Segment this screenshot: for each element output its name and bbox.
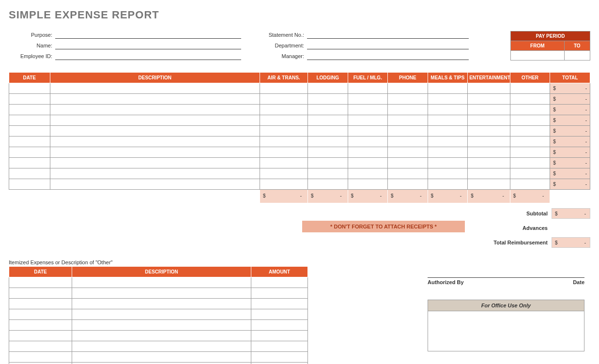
expense-cell[interactable] [50, 179, 260, 190]
expense-cell[interactable] [348, 94, 388, 105]
expense-cell[interactable] [468, 147, 510, 158]
expense-cell[interactable] [468, 136, 510, 147]
expense-cell[interactable] [9, 126, 50, 136]
expense-cell[interactable] [9, 158, 50, 168]
expense-cell[interactable] [428, 168, 468, 179]
expense-cell[interactable] [388, 83, 428, 94]
expense-cell[interactable] [510, 147, 550, 158]
expense-cell[interactable] [348, 147, 388, 158]
expense-cell[interactable] [260, 168, 307, 179]
itemized-cell[interactable] [251, 309, 308, 320]
itemized-cell[interactable] [251, 299, 308, 309]
expense-cell[interactable] [388, 115, 428, 126]
pay-period-from-field[interactable] [511, 51, 565, 61]
expense-cell[interactable] [50, 136, 260, 147]
itemized-cell[interactable] [72, 288, 251, 299]
expense-cell[interactable] [308, 94, 348, 105]
expense-cell[interactable] [9, 105, 50, 115]
expense-cell[interactable] [260, 105, 307, 115]
itemized-cell[interactable] [9, 299, 72, 309]
itemized-cell[interactable] [9, 363, 72, 364]
department-field[interactable] [307, 42, 469, 49]
itemized-cell[interactable] [9, 277, 72, 288]
expense-cell[interactable] [260, 158, 307, 168]
expense-cell[interactable] [260, 126, 307, 136]
itemized-cell[interactable] [9, 288, 72, 299]
expense-cell[interactable] [428, 115, 468, 126]
expense-cell[interactable] [308, 168, 348, 179]
advances-value[interactable] [552, 223, 590, 233]
itemized-cell[interactable] [251, 320, 308, 331]
expense-cell[interactable] [260, 136, 307, 147]
expense-cell[interactable] [428, 94, 468, 105]
expense-cell[interactable] [308, 126, 348, 136]
expense-cell[interactable] [510, 115, 550, 126]
expense-cell[interactable] [388, 136, 428, 147]
itemized-cell[interactable] [9, 352, 72, 363]
office-use-body[interactable] [428, 311, 584, 351]
expense-cell[interactable] [260, 115, 307, 126]
itemized-cell[interactable] [72, 309, 251, 320]
expense-cell[interactable] [9, 147, 50, 158]
expense-cell[interactable] [308, 158, 348, 168]
expense-cell[interactable] [388, 94, 428, 105]
expense-cell[interactable] [260, 83, 307, 94]
statement-no-field[interactable] [307, 31, 469, 39]
expense-cell[interactable] [468, 168, 510, 179]
itemized-cell[interactable] [72, 320, 251, 331]
expense-cell[interactable] [388, 105, 428, 115]
expense-cell[interactable] [308, 136, 348, 147]
expense-cell[interactable] [428, 158, 468, 168]
manager-field[interactable] [307, 52, 469, 60]
expense-cell[interactable] [9, 94, 50, 105]
itemized-cell[interactable] [251, 277, 308, 288]
expense-cell[interactable] [308, 115, 348, 126]
expense-cell[interactable] [348, 83, 388, 94]
itemized-cell[interactable] [72, 352, 251, 363]
itemized-cell[interactable] [9, 320, 72, 331]
expense-cell[interactable] [388, 126, 428, 136]
expense-cell[interactable] [388, 168, 428, 179]
expense-cell[interactable] [50, 83, 260, 94]
expense-cell[interactable] [510, 136, 550, 147]
itemized-cell[interactable] [251, 341, 308, 352]
expense-cell[interactable] [510, 179, 550, 190]
expense-cell[interactable] [348, 158, 388, 168]
itemized-cell[interactable] [9, 331, 72, 341]
expense-cell[interactable] [428, 105, 468, 115]
expense-cell[interactable] [260, 147, 307, 158]
expense-cell[interactable] [308, 105, 348, 115]
expense-cell[interactable] [428, 126, 468, 136]
expense-cell[interactable] [348, 115, 388, 126]
expense-cell[interactable] [468, 115, 510, 126]
expense-cell[interactable] [50, 115, 260, 126]
expense-cell[interactable] [260, 94, 307, 105]
itemized-cell[interactable] [72, 363, 251, 364]
itemized-cell[interactable] [251, 363, 308, 364]
employee-id-field[interactable] [55, 52, 241, 60]
expense-cell[interactable] [9, 168, 50, 179]
expense-cell[interactable] [510, 126, 550, 136]
itemized-cell[interactable] [251, 331, 308, 341]
expense-cell[interactable] [308, 83, 348, 94]
expense-cell[interactable] [9, 136, 50, 147]
expense-cell[interactable] [348, 179, 388, 190]
pay-period-to-field[interactable] [564, 51, 590, 61]
expense-cell[interactable] [50, 168, 260, 179]
expense-cell[interactable] [510, 168, 550, 179]
expense-cell[interactable] [50, 147, 260, 158]
expense-cell[interactable] [468, 105, 510, 115]
expense-cell[interactable] [388, 179, 428, 190]
expense-cell[interactable] [9, 115, 50, 126]
expense-cell[interactable] [308, 147, 348, 158]
expense-cell[interactable] [348, 105, 388, 115]
expense-cell[interactable] [348, 136, 388, 147]
expense-cell[interactable] [308, 179, 348, 190]
expense-cell[interactable] [388, 158, 428, 168]
itemized-cell[interactable] [72, 277, 251, 288]
expense-cell[interactable] [50, 126, 260, 136]
name-field[interactable] [55, 42, 241, 49]
expense-cell[interactable] [388, 147, 428, 158]
expense-cell[interactable] [9, 179, 50, 190]
expense-cell[interactable] [468, 94, 510, 105]
